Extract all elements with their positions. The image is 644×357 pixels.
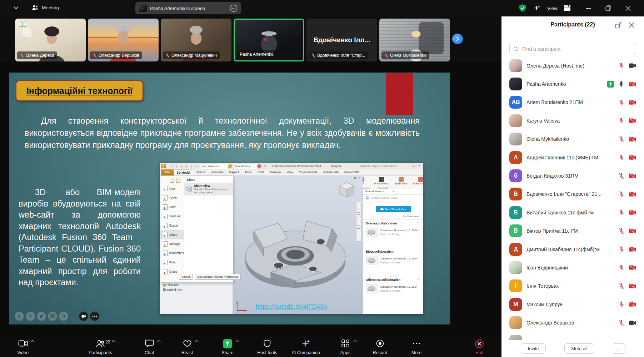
participant-row[interactable]: В Виталий саликов 11с фмб гм [501,203,644,222]
share-caret-icon[interactable] [235,340,239,342]
ribbon-button[interactable]: Sheet Metal [393,177,409,187]
tab-options-icon[interactable] [230,4,238,12]
camera-overlay-button[interactable] [79,312,88,321]
react-caret-icon[interactable] [195,340,199,342]
more-controls-button[interactable] [90,312,99,321]
shared-views-sort[interactable]: By: Date creat... [403,215,421,218]
inventor-help-search[interactable]: Search Help & Commands.. [360,164,398,168]
ribbon-button[interactable]: Stress Analysis [413,177,429,187]
toolbar-end[interactable]: End [458,339,501,355]
participant-row[interactable] [501,332,644,340]
participant-row[interactable]: Pasha Artemenko [501,75,644,93]
minimize-button[interactable] [586,8,591,9]
close-button[interactable] [625,6,631,11]
video-tile[interactable]: Олександр Мацулевич [161,19,231,61]
footer-more-button[interactable]: ... [612,343,625,354]
participants-caret-icon[interactable] [112,340,115,342]
next-slide-button[interactable] [26,312,35,321]
apps-caret-icon[interactable] [353,340,357,342]
participant-row[interactable]: В Віктор Прийма 11с ГМ [501,222,644,240]
mute-all-button[interactable]: Mute all [564,343,594,354]
inventor-tab[interactable]: Environments [296,169,320,175]
file-menu-item[interactable]: Export [160,221,184,230]
share-view-item[interactable]: Share View Upload a Shared View to view … [184,183,233,195]
inventor-tab[interactable]: Collaborate [320,169,341,175]
file-menu-item[interactable]: Print [160,258,184,267]
browser-tree-item[interactable]: Thread3 [160,282,233,287]
chat-caret-icon[interactable] [157,340,161,342]
inventor-tab[interactable]: Inspect [226,169,242,175]
video-tile[interactable]: Олена Дереза [15,19,86,61]
options-button[interactable]: Options [179,274,193,280]
participant-row[interactable]: Олександр Вершков [501,313,644,332]
toolbar-more[interactable]: More [395,339,438,355]
toolbar-video[interactable]: Video [1,339,44,355]
inventor-tab[interactable]: Fusion 360 [341,169,362,175]
file-menu-item[interactable]: Share [160,230,184,239]
participant-row[interactable]: Іван Водяницький [501,258,644,277]
video-caret-icon[interactable] [31,340,34,342]
navigation-bar[interactable] [356,202,361,242]
prev-slide-button[interactable] [15,312,24,321]
inventor-tab[interactable]: View [284,169,296,175]
shared-views-search[interactable]: Search Shared Views [363,194,423,202]
toolbar-ai-companion[interactable]: AI Companion [284,339,327,355]
screen-share-tab[interactable]: Pasha Artemenko's screen [135,2,241,14]
video-tile[interactable]: Olena Mykhailenko [379,19,450,61]
maximize-button[interactable] [605,5,611,11]
inventor-tab[interactable]: Manage [267,169,284,175]
machined-part-model[interactable] [236,196,354,296]
toolbar-participants[interactable]: 22 Participants [79,339,122,355]
file-menu-item[interactable]: iProperties [160,249,184,258]
close-panel-icon[interactable] [628,22,635,28]
file-menu-item[interactable]: New [160,184,184,193]
participant-row[interactable]: Olena Mykhailenko [501,130,644,148]
inventor-tab[interactable]: 3D Model [174,169,194,175]
slide-link-text[interactable]: https://autode.sk/4iFD4Sy [256,303,327,310]
video-tile[interactable]: Вдовіченко Ілл... Вдовіченко Ілля "Стар.… [306,19,377,61]
inventor-tab[interactable]: Annotate [208,169,226,175]
inventor-tab[interactable]: CAM [255,169,267,175]
pen-tool-button[interactable] [37,312,46,321]
participant-row[interactable]: І Ілля Тетервак [501,277,644,295]
shared-view-item[interactable]: Оболонка.collaboration Created on Novemb… [363,276,423,304]
view-button[interactable]: View [547,6,558,11]
file-menu-item[interactable]: Open [160,193,184,203]
slide-link[interactable]: https://autode.sk/4iFD4Sy [160,303,423,311]
inventor-tab[interactable]: File [161,169,174,175]
meeting-tab[interactable]: Meeting [31,4,59,11]
security-shield-icon[interactable] [519,4,526,13]
participant-search-input[interactable] [521,46,632,52]
ai-sparkle-icon[interactable] [533,4,541,12]
collapse-chevron-icon[interactable] [14,6,19,9]
all-slides-button[interactable] [48,312,57,321]
participant-row[interactable]: Karyna Valieva [501,111,644,130]
viewcube[interactable] [339,182,355,199]
zoom-slide-button[interactable] [59,312,68,321]
view-grid-icon[interactable] [564,5,570,11]
participant-row[interactable]: б Богдан Кидалóв 31ПМ [501,167,644,185]
participant-row[interactable]: Олена Дереза (Host, me) [501,56,644,75]
shared-view-menu-icon[interactable]: ⋯ [417,249,420,253]
participant-row[interactable]: AB Artem Bondarenko 21ПМ [501,93,644,111]
video-tile[interactable]: Pasha Artemenko [234,19,304,61]
toolbar-share[interactable]: Share [206,339,249,355]
exit-inventor-button[interactable]: Exit Autodesk Inventor Professional [195,274,241,280]
ribbon-button[interactable]: fx Parameters [373,177,390,187]
material-combo[interactable]: Iron, Malleabl ▾ [200,164,229,169]
file-menu-item[interactable]: Manage [160,239,184,249]
appearance-combo[interactable]: Semi-Polisi ▾ [234,164,259,169]
toolbar-host-tools[interactable]: Host tools [246,339,289,355]
popout-panel-icon[interactable] [615,22,622,29]
invite-button[interactable]: Invite [521,343,546,354]
file-menu-item[interactable]: Save [160,203,184,212]
video-tile[interactable]: Олександр Вершков [88,19,159,61]
inventor-tab[interactable]: Tools [242,169,255,175]
participant-row[interactable]: А Андрей Пленник 11с (ФМБ) ГМ [501,148,644,167]
next-page-videos-button[interactable] [452,34,463,44]
inventor-tab[interactable]: Sketch [193,169,208,175]
shared-view-item[interactable]: Основа.collaboration Created on November… [363,219,423,248]
shared-views-tab[interactable]: Shared Views × [365,190,384,193]
file-menu-item[interactable]: Save As [160,212,184,221]
new-shared-view-button[interactable]: New Shared View [376,206,411,212]
